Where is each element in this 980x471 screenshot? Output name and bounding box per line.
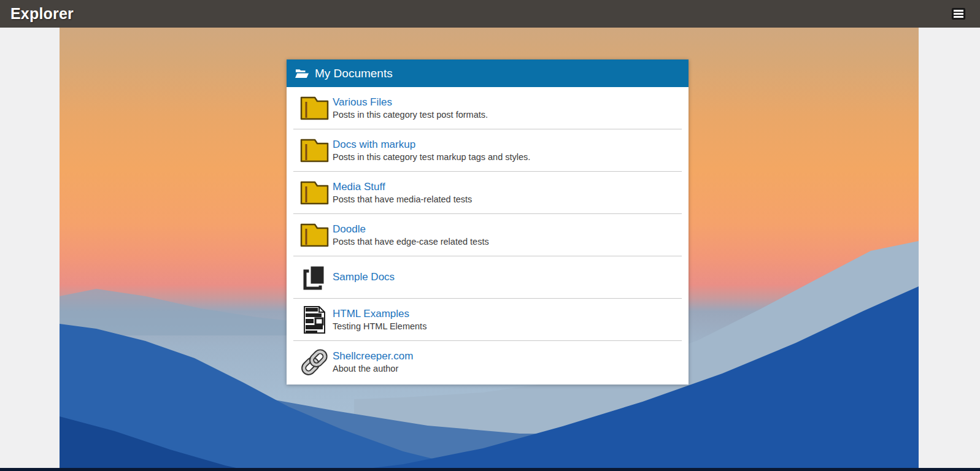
- item-description: Posts that have media-related tests: [333, 194, 472, 204]
- item-icon-wrap: [299, 181, 330, 205]
- list-item: Docs with markup Posts in this category …: [293, 129, 682, 172]
- item-text: Various Files Posts in this category tes…: [333, 96, 488, 121]
- folder-icon: [300, 139, 329, 163]
- open-folder-icon: [295, 68, 309, 79]
- item-text: Shellcreeper.com About the author: [333, 350, 413, 375]
- menu-bar: [954, 13, 963, 15]
- item-text: HTML Examples Testing HTML Elements: [333, 307, 426, 332]
- item-text: Sample Docs: [333, 270, 395, 284]
- item-title-link[interactable]: Media Stuff: [333, 180, 472, 194]
- menu-bar: [954, 16, 963, 18]
- item-icon-wrap: [299, 348, 330, 377]
- my-documents-panel: My Documents: [287, 59, 689, 385]
- item-description: Testing HTML Elements: [333, 321, 426, 331]
- item-description: Posts that have edge-case related tests: [333, 237, 489, 247]
- bottom-edge-bar: [0, 468, 980, 471]
- item-icon-wrap: [299, 306, 330, 334]
- hamburger-menu-icon[interactable]: [952, 8, 965, 20]
- item-icon-wrap: [299, 264, 330, 291]
- item-title-link[interactable]: HTML Examples: [333, 307, 426, 321]
- chain-link-icon: [300, 348, 328, 377]
- item-description: About the author: [333, 364, 398, 373]
- folder-icon: [300, 181, 329, 205]
- list-item: HTML Examples Testing HTML Elements: [293, 299, 682, 341]
- item-title-link[interactable]: Docs with markup: [333, 138, 530, 151]
- item-description: Posts in this category test markup tags …: [333, 152, 530, 162]
- panel-title: My Documents: [315, 67, 393, 80]
- document-text-icon: [303, 306, 326, 334]
- folder-icon: [300, 96, 329, 120]
- list-item: Various Files Posts in this category tes…: [293, 87, 682, 129]
- item-title-link[interactable]: Sample Docs: [333, 270, 395, 284]
- item-title-link[interactable]: Shellcreeper.com: [333, 350, 413, 363]
- item-text: Docs with markup Posts in this category …: [333, 138, 530, 163]
- app-header: Explorer: [0, 0, 980, 28]
- item-description: Posts in this category test post formats…: [333, 110, 488, 120]
- app-title: Explorer: [10, 5, 74, 23]
- list-item: Sample Docs: [293, 256, 682, 299]
- list-item: Doodle Posts that have edge-case related…: [293, 214, 682, 256]
- item-icon-wrap: [299, 223, 330, 247]
- item-icon-wrap: [299, 96, 330, 120]
- item-text: Media Stuff Posts that have media-relate…: [333, 180, 472, 205]
- list-item: Shellcreeper.com About the author: [293, 341, 682, 383]
- menu-bar: [954, 10, 963, 12]
- panel-header: My Documents: [287, 59, 689, 87]
- document-list: Various Files Posts in this category tes…: [287, 87, 689, 385]
- item-text: Doodle Posts that have edge-case related…: [333, 223, 489, 248]
- item-icon-wrap: [299, 139, 330, 163]
- item-title-link[interactable]: Doodle: [333, 223, 489, 236]
- list-item: Media Stuff Posts that have media-relate…: [293, 172, 682, 214]
- folder-icon: [300, 223, 329, 247]
- item-title-link[interactable]: Various Files: [333, 96, 488, 109]
- copy-pages-icon: [303, 264, 326, 291]
